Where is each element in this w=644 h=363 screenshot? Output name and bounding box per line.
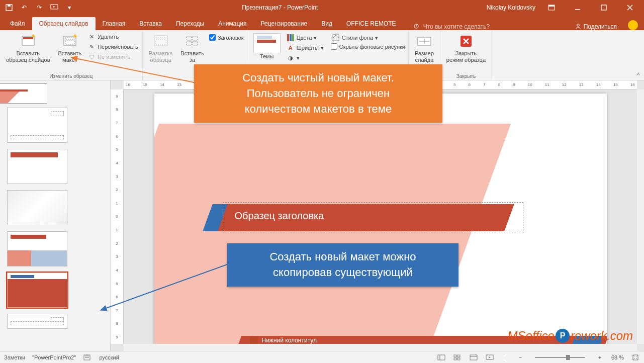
ribbon-tabs: Файл Образец слайдов Главная Вставка Пер… — [0, 15, 644, 30]
svg-rect-24 — [290, 34, 292, 41]
share-label: Поделиться — [584, 23, 617, 30]
footer-pp-icon — [250, 336, 258, 344]
zoom-out-icon[interactable]: − — [516, 353, 525, 362]
user-name[interactable]: Nikolay Koldovsky — [487, 4, 535, 11]
bg-styles-icon — [332, 34, 340, 42]
tab-view[interactable]: Вид — [314, 17, 339, 30]
svg-rect-37 — [457, 355, 460, 357]
start-slideshow-icon[interactable] — [50, 4, 58, 12]
language-indicator[interactable]: русский — [99, 354, 119, 360]
svg-rect-40 — [470, 355, 477, 360]
title-placeholder-text[interactable]: Образец заголовка — [235, 210, 324, 222]
fonts-button[interactable]: A Шрифты ▾ — [286, 43, 325, 52]
tab-transitions[interactable]: Переходы — [169, 17, 211, 30]
insert-slide-master-label: Вставить образец слайдов — [6, 50, 50, 63]
share-button[interactable]: Поделиться — [570, 23, 622, 30]
tab-office-remote[interactable]: OFFICE REMOTE — [339, 17, 403, 30]
svg-point-10 — [577, 24, 579, 27]
tab-home[interactable]: Главная — [96, 17, 133, 30]
svg-rect-39 — [457, 358, 460, 360]
rename-button[interactable]: ✎ Переименовать — [86, 42, 139, 51]
ribbon-display-options-icon[interactable] — [541, 0, 562, 15]
colors-button[interactable]: Цвета ▾ — [286, 33, 325, 42]
tell-me-search[interactable]: Что вы хотите сделать? — [403, 23, 500, 30]
fit-to-window-icon[interactable] — [631, 353, 640, 362]
insert-layout-icon — [62, 33, 78, 49]
svg-rect-19 — [187, 36, 192, 40]
layout-thumbnails-panel[interactable] — [0, 80, 111, 351]
group-edit-master-label: Изменить образец — [3, 72, 139, 79]
undo-icon[interactable]: ↶ — [20, 4, 28, 12]
redo-icon[interactable]: ↷ — [35, 4, 43, 12]
tab-review[interactable]: Рецензирование — [254, 17, 315, 30]
background-shape — [154, 124, 511, 344]
template-name[interactable]: "PowerPointPro2" — [32, 354, 76, 360]
svg-rect-6 — [601, 5, 606, 10]
close-master-icon — [458, 33, 474, 49]
quick-access-toolbar: ↶ ↷ ▾ — [0, 4, 73, 12]
svg-rect-21 — [187, 41, 192, 45]
svg-rect-20 — [193, 36, 198, 40]
effects-button[interactable]: ◑ ▾ — [286, 53, 325, 62]
horizontal-scrollbar[interactable] — [124, 344, 637, 351]
view-normal-icon[interactable] — [437, 353, 446, 362]
svg-rect-1 — [8, 5, 11, 7]
tab-slide-master[interactable]: Образец слайдов — [32, 17, 96, 30]
insert-placeholder-icon — [185, 33, 201, 49]
footer-placeholder-text[interactable]: Нижний колонтитул — [262, 337, 317, 344]
svg-rect-34 — [438, 355, 445, 360]
layout-thumbnail-selected[interactable] — [7, 273, 67, 308]
view-reading-icon[interactable] — [469, 353, 478, 362]
callout-blue: Создать новый макет можно скопировав сущ… — [227, 243, 458, 287]
insert-layout-button[interactable]: Вставить макет — [55, 32, 84, 72]
svg-rect-25 — [292, 34, 294, 41]
tell-me-placeholder: Что вы хотите сделать? — [423, 23, 490, 30]
zoom-in-icon[interactable]: + — [595, 353, 604, 362]
view-sorter-icon[interactable] — [453, 353, 462, 362]
watermark-badge: P — [556, 329, 570, 343]
layout-thumbnail[interactable] — [7, 231, 67, 266]
spellcheck-icon[interactable] — [83, 353, 92, 362]
delete-button[interactable]: ✕ Удалить — [86, 32, 139, 41]
master-layout-button: Разметка образца — [146, 32, 176, 78]
layout-thumbnail[interactable] — [7, 149, 67, 184]
maximize-icon[interactable] — [594, 0, 614, 15]
master-layout-icon — [153, 33, 169, 49]
notes-button[interactable]: Заметки — [4, 354, 25, 360]
title-bar: ↶ ↷ ▾ Презентация7 - PowerPoint Nikolay … — [0, 0, 644, 15]
bg-styles-button[interactable]: Стили фона ▾ — [331, 33, 405, 42]
zoom-slider[interactable] — [535, 357, 585, 358]
collapse-ribbon-icon[interactable]: ㅅ — [635, 70, 641, 78]
minimize-icon[interactable] — [568, 0, 588, 15]
tab-insert[interactable]: Вставка — [132, 17, 169, 30]
svg-rect-12 — [23, 37, 33, 39]
close-master-view-button[interactable]: Закрыть режим образца — [443, 32, 489, 72]
status-bar: Заметки "PowerPointPro2" русский | − + 6… — [0, 351, 644, 363]
title-checkbox[interactable]: Заголовок — [209, 34, 244, 41]
svg-rect-22 — [193, 41, 198, 45]
tab-file[interactable]: Файл — [3, 17, 32, 30]
hide-bg-checkbox[interactable]: Скрыть фоновые рисунки — [331, 43, 405, 50]
slide-canvas[interactable]: Образец заголовка Нижний колонтитул — [154, 94, 607, 344]
tab-animations[interactable]: Анимация — [211, 17, 253, 30]
zoom-level[interactable]: 68 % — [611, 354, 624, 360]
insert-slide-master-icon — [20, 33, 36, 49]
layout-thumbnail[interactable] — [7, 108, 67, 143]
svg-rect-36 — [454, 355, 456, 357]
feedback-smiley-icon[interactable] — [628, 20, 638, 30]
view-slideshow-icon[interactable] — [485, 353, 494, 362]
close-icon[interactable] — [620, 0, 640, 15]
vertical-scrollbar[interactable] — [637, 89, 644, 344]
vertical-ruler[interactable]: 9876543210123456789 — [111, 89, 124, 344]
insert-slide-master-button[interactable]: Вставить образец слайдов — [3, 32, 53, 72]
qat-customize-icon[interactable]: ▾ — [65, 4, 73, 12]
master-thumbnail[interactable] — [0, 83, 47, 104]
insert-layout-label: Вставить макет — [58, 50, 81, 63]
slide-size-icon — [416, 33, 432, 49]
svg-rect-38 — [454, 358, 456, 360]
group-close: Закрыть режим образца Закрыть — [440, 30, 492, 80]
layout-thumbnail[interactable] — [7, 314, 67, 329]
preserve-button: 🛡 Не изменять — [86, 52, 139, 61]
layout-thumbnail[interactable] — [7, 190, 67, 225]
save-icon[interactable] — [5, 4, 13, 12]
